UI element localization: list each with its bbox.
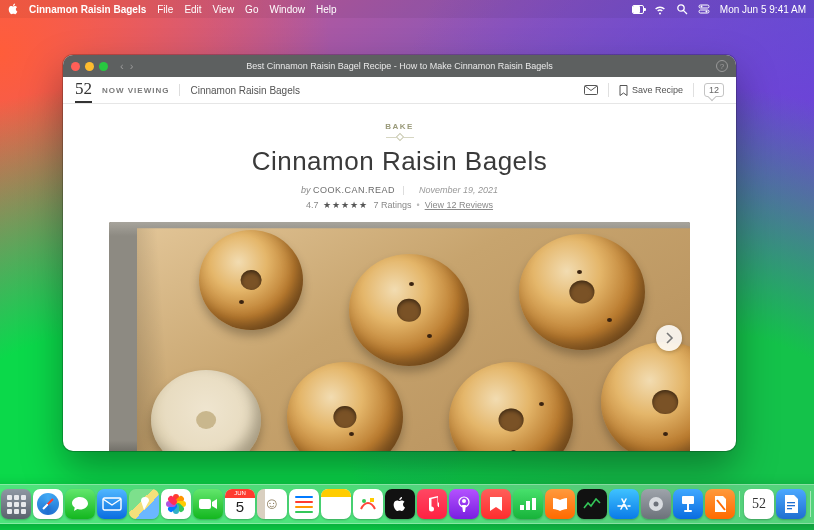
spotlight-icon[interactable] — [676, 3, 688, 15]
window-titlebar[interactable]: ‹ › Best Cinnamon Raisin Bagel Recipe - … — [63, 55, 736, 77]
menubar: Cinnamon Raisin Bagels File Edit View Go… — [0, 0, 814, 18]
dock-maps[interactable] — [129, 489, 159, 519]
zoom-button[interactable] — [99, 62, 108, 71]
app-toolbar: 52 NOW VIEWING Cinnamon Raisin Bagels Sa… — [63, 77, 736, 104]
dock-podcasts[interactable] — [449, 489, 479, 519]
dock-safari[interactable] — [33, 489, 63, 519]
dock-mail[interactable] — [97, 489, 127, 519]
ratings-count: 7 Ratings — [373, 200, 411, 210]
svg-rect-8 — [199, 499, 211, 509]
menu-go[interactable]: Go — [245, 4, 258, 15]
dock-freeform[interactable] — [353, 489, 383, 519]
svg-point-0 — [678, 5, 684, 11]
dock-messages[interactable] — [65, 489, 95, 519]
apple-menu[interactable] — [8, 3, 18, 15]
menu-file[interactable]: File — [157, 4, 173, 15]
window-controls — [71, 62, 108, 71]
separator — [693, 83, 694, 97]
svg-rect-13 — [520, 505, 524, 510]
dock-appstore[interactable] — [609, 489, 639, 519]
svg-rect-18 — [682, 496, 694, 504]
menu-help[interactable]: Help — [316, 4, 337, 15]
battery-icon[interactable] — [632, 3, 644, 15]
rating-stars-icon[interactable]: ★★★★★ — [323, 200, 368, 210]
dock-document[interactable] — [776, 489, 806, 519]
calendar-month: JUN — [225, 489, 255, 498]
dock-books[interactable] — [545, 489, 575, 519]
dock-music[interactable] — [417, 489, 447, 519]
article: BAKE Cinnamon Raisin Bagels by COOK.CAN.… — [63, 104, 736, 451]
separator — [179, 84, 180, 96]
view-reviews-link[interactable]: View 12 Reviews — [425, 200, 493, 210]
wifi-icon[interactable] — [654, 3, 666, 15]
desktop: Cinnamon Raisin Bagels File Edit View Go… — [0, 0, 814, 530]
svg-rect-19 — [687, 504, 689, 510]
menubar-app-name[interactable]: Cinnamon Raisin Bagels — [29, 4, 146, 15]
dock-separator — [810, 491, 811, 517]
menu-edit[interactable]: Edit — [184, 4, 201, 15]
dock-photos[interactable] — [161, 489, 191, 519]
separator: • — [417, 200, 420, 210]
svg-point-17 — [654, 502, 659, 507]
dock-running-app[interactable]: 52 — [744, 489, 774, 519]
hero-image — [109, 222, 690, 451]
by-label: by — [301, 185, 311, 195]
dock-reminders[interactable] — [289, 489, 319, 519]
svg-point-11 — [462, 499, 466, 503]
breadcrumb[interactable]: Cinnamon Raisin Bagels — [190, 85, 300, 96]
menubar-clock[interactable]: Mon Jun 5 9:41 AM — [720, 4, 806, 15]
help-icon[interactable]: ? — [716, 60, 728, 72]
bookmark-icon — [619, 85, 628, 96]
svg-rect-10 — [370, 498, 374, 502]
nav-back-button[interactable]: ‹ — [120, 60, 124, 72]
dock-tv[interactable] — [385, 489, 415, 519]
menu-window[interactable]: Window — [269, 4, 305, 15]
svg-rect-23 — [787, 508, 792, 509]
minimize-button[interactable] — [85, 62, 94, 71]
control-center-icon[interactable] — [698, 3, 710, 15]
dock-pages[interactable] — [705, 489, 735, 519]
category-label[interactable]: BAKE — [89, 122, 710, 131]
svg-point-9 — [362, 499, 366, 503]
save-recipe-button[interactable]: Save Recipe — [619, 85, 683, 96]
dock-notes[interactable] — [321, 489, 351, 519]
nav-forward-button[interactable]: › — [130, 60, 134, 72]
svg-rect-15 — [532, 498, 536, 510]
svg-rect-20 — [684, 510, 692, 512]
dock-settings[interactable] — [641, 489, 671, 519]
dock-launchpad[interactable] — [1, 489, 31, 519]
rating-value: 4.7 — [306, 200, 319, 210]
dock-facetime[interactable] — [193, 489, 223, 519]
byline: by COOK.CAN.READ November 19, 2021 — [89, 185, 710, 195]
save-recipe-label: Save Recipe — [632, 85, 683, 95]
svg-point-5 — [705, 11, 707, 13]
svg-rect-22 — [787, 505, 795, 506]
close-button[interactable] — [71, 62, 80, 71]
dock-numbers[interactable] — [513, 489, 543, 519]
svg-rect-14 — [526, 501, 530, 510]
chevron-right-icon — [664, 332, 674, 344]
dock-separator — [739, 491, 740, 517]
next-photo-button[interactable] — [656, 325, 682, 351]
app-window: ‹ › Best Cinnamon Raisin Bagel Recipe - … — [63, 55, 736, 451]
dock-calendar[interactable]: JUN5 — [225, 489, 255, 519]
dock-news[interactable] — [481, 489, 511, 519]
dock: JUN5 ☺ 52 — [0, 484, 814, 524]
svg-line-1 — [683, 11, 686, 14]
svg-rect-21 — [787, 502, 795, 503]
recipe-title: Cinnamon Raisin Bagels — [89, 146, 710, 177]
comments-button[interactable]: 12 — [704, 83, 724, 97]
mail-icon[interactable] — [584, 81, 598, 99]
author-link[interactable]: COOK.CAN.READ — [313, 185, 395, 195]
publish-date: November 19, 2021 — [419, 185, 498, 195]
dock-keynote[interactable] — [673, 489, 703, 519]
svg-rect-7 — [103, 498, 121, 510]
ratings-row: 4.7 ★★★★★ 7 Ratings • View 12 Reviews — [89, 200, 710, 210]
separator — [403, 186, 404, 195]
dock-contacts[interactable]: ☺ — [257, 489, 287, 519]
dock-stocks[interactable] — [577, 489, 607, 519]
calendar-day: 5 — [225, 498, 255, 515]
site-logo[interactable]: 52 — [75, 77, 92, 103]
menu-view[interactable]: View — [213, 4, 235, 15]
separator — [608, 83, 609, 97]
